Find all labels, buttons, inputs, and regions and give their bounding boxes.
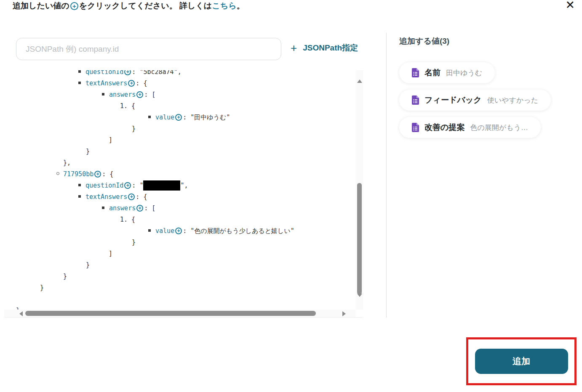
json-punctuation: : [183,227,190,235]
json-line: value+: "田中ゆうむ" [4,112,355,123]
json-line: } [4,237,355,248]
jsonpath-picker-dialog: 追加したい値の+をクリックしてください。 詳しくはこちら。 ✕ + JSONPa… [0,0,582,392]
json-punctuation: " [139,182,143,189]
json-key: textAnswers [85,193,127,201]
form-document-icon [412,95,419,105]
json-punctuation: : [ [144,204,155,212]
json-bracket: { [131,102,135,110]
json-line: 1. { [4,214,355,225]
json-key: value [155,114,174,121]
selected-values-title: 追加する値(3) [399,36,576,47]
dialog-title: 追加したい値の+をクリックしてください。 詳しくはこちら。 [13,0,245,11]
json-line: ] [4,135,355,146]
chip-value: 色の展開がもう… [470,123,528,132]
title-text-end: 。 [237,0,245,11]
json-key: questionId [85,70,123,76]
json-punctuation: : { [136,193,147,201]
json-bracket: } [86,148,90,155]
json-bracket: ] [109,250,112,257]
json-bracket: } [40,284,44,291]
json-line: ] [4,248,355,260]
plus-icon: + [291,42,297,53]
bullet-square-icon [148,116,151,118]
json-line: } [4,282,355,294]
json-bracket: } [63,273,67,280]
add-plus-icon[interactable]: + [175,228,182,234]
selected-value-chip[interactable]: 名前田中ゆうむ [399,62,495,83]
array-index: 1. [120,216,131,223]
title-text-suffix: をクリックしてください。 詳しくは [79,0,212,11]
redacted-value [143,180,180,191]
chip-label: フィードバック [424,95,482,106]
form-document-icon [412,68,419,77]
json-line: } [4,123,355,135]
bullet-square-icon [78,82,81,84]
add-plus-icon[interactable]: + [175,114,182,121]
vertical-scrollbar-thumb[interactable] [357,183,362,294]
json-key: answers [109,91,136,98]
add-plus-icon[interactable]: + [124,182,131,189]
scroll-down-icon[interactable] [357,294,362,297]
panel-divider [386,33,387,318]
json-line: 717950bb+: { [4,169,355,180]
json-punctuation: : { [136,79,147,87]
json-tree-viewport: questionId+: "5bc28a74",textAnswers+: {a… [4,70,363,318]
json-line: } [4,260,355,271]
jsonpath-input[interactable] [16,38,281,60]
json-bracket: }, [63,159,71,167]
add-plus-icon[interactable]: + [124,70,131,75]
json-punctuation: : [ [144,91,155,98]
bullet-square-icon [102,207,104,209]
jsonpath-specify-button[interactable]: + JSONPath指定 [291,42,358,53]
selected-value-chip[interactable]: 改善の提案色の展開がもう… [399,117,541,138]
add-plus-icon[interactable]: + [136,205,143,212]
json-bracket: { [131,216,135,223]
json-line: textAnswers+: { [4,78,355,89]
horizontal-scrollbar-thumb[interactable] [25,311,316,316]
add-plus-icon[interactable]: + [128,80,135,87]
horizontal-scrollbar[interactable] [4,310,356,317]
json-bracket: } [132,238,136,246]
chip-value: 田中ゆうむ [446,68,482,78]
json-line [4,294,355,305]
chip-value: 使いやすかった [487,95,538,105]
vertical-scrollbar[interactable] [356,70,363,310]
add-button[interactable]: 追加 [475,349,568,374]
add-plus-icon[interactable]: + [128,193,135,200]
bullet-square-icon [78,70,81,73]
json-value: "田中ゆうむ" [190,114,230,121]
bullet-square-icon [148,229,151,232]
bullet-square-icon [102,93,104,95]
scroll-up-icon[interactable] [357,79,362,83]
add-plus-icon[interactable]: + [94,171,101,177]
json-line: 1. { [4,101,355,112]
close-icon[interactable]: ✕ [565,0,575,12]
json-key: value [155,227,174,235]
scroll-left-icon[interactable] [19,311,23,316]
form-document-icon [412,123,419,132]
json-line: value+: "色の展開がもう少しあると嬉しい" [4,225,355,237]
json-punctuation: : { [102,170,113,178]
json-line: } [4,271,355,282]
chip-label: 名前 [424,67,441,78]
json-line: answers+: [ [4,89,355,101]
array-index: 1. [120,102,131,110]
scroll-right-icon[interactable] [342,311,346,316]
bullet-square-icon [78,195,81,198]
json-line: textAnswers+: { [4,191,355,203]
json-bracket: } [86,261,90,269]
title-text-prefix: 追加したい値の [13,0,69,11]
details-link[interactable]: こちら [212,0,236,11]
json-line: } [4,146,355,157]
json-value: "5bc28a74" [139,70,177,76]
selected-value-chip[interactable]: フィードバック使いやすかった [399,90,551,111]
json-bracket: ] [109,136,112,144]
json-bracket: } [132,125,136,132]
add-plus-icon[interactable]: + [136,91,143,98]
json-punctuation: : [132,70,139,76]
json-key: questionId [85,182,123,189]
json-punctuation: : [183,114,190,121]
bullet-square-icon [78,184,81,186]
json-line: answers+: [ [4,203,355,214]
bullet-circle-icon [56,172,59,175]
